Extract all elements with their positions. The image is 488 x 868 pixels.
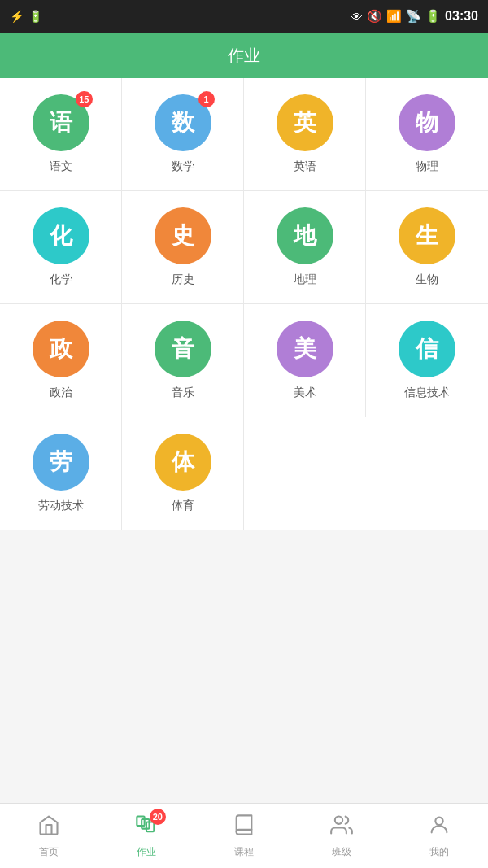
svg-rect-1	[142, 819, 149, 829]
subject-label-dili: 地理	[294, 273, 316, 287]
subject-circle-yinyue: 音	[155, 321, 211, 377]
subject-item-yingyu[interactable]: 英英语	[244, 78, 366, 191]
subject-circle-wuli: 物	[399, 94, 455, 151]
battery-icon: 🔋	[28, 10, 42, 23]
nav-icon-wrap-banji	[330, 813, 353, 842]
nav-item-banji[interactable]: 班级	[293, 813, 390, 859]
subject-circle-zhengzhi: 政	[33, 321, 89, 377]
subject-item-huaxue[interactable]: 化化学	[0, 191, 122, 304]
subject-label-huaxue: 化学	[50, 273, 72, 287]
header: 作业	[0, 33, 488, 78]
subject-item-lishi[interactable]: 史历史	[122, 191, 244, 304]
status-time: 03:30	[445, 9, 478, 24]
subject-circle-huaxue: 化	[33, 207, 89, 264]
subject-circle-yingyu: 英	[277, 94, 333, 151]
subject-circle-lishi: 史	[155, 207, 211, 264]
subject-badge-shuxue: 1	[198, 91, 215, 107]
nav-label-wode: 我的	[429, 845, 449, 859]
nav-icon-wrap-zuoye: 20	[135, 813, 158, 842]
nav-badge-zuoye: 20	[150, 809, 166, 825]
signal-icon: 📡	[406, 9, 421, 24]
subject-label-yuwen: 语文	[50, 159, 72, 174]
subject-label-laodong: 劳动技术	[38, 499, 84, 513]
subject-circle-shuxue: 数1	[155, 94, 211, 151]
subject-circle-shengwu: 生	[399, 207, 455, 264]
svg-point-4	[435, 817, 442, 824]
nav-icon-banji	[330, 817, 353, 841]
subject-label-yinyue: 音乐	[172, 386, 194, 400]
status-right: 👁 🔇 📶 📡 🔋 03:30	[351, 9, 478, 24]
subject-label-xinxi: 信息技术	[404, 386, 450, 400]
svg-rect-0	[137, 816, 144, 826]
nav-icon-wrap-kecheng	[233, 813, 255, 842]
subject-item-yuwen[interactable]: 语15语文	[0, 78, 122, 191]
subject-item-shengwu[interactable]: 生生物	[366, 191, 488, 304]
subject-circle-dili: 地	[277, 207, 333, 264]
nav-icon-home	[37, 817, 60, 841]
subject-label-shuxue: 数学	[172, 159, 194, 174]
subject-label-shengwu: 生物	[416, 273, 438, 287]
usb-icon: ⚡	[10, 10, 24, 23]
svg-point-3	[335, 816, 342, 823]
nav-label-home: 首页	[39, 845, 59, 859]
bottom-nav: 首页20作业课程班级我的	[0, 803, 488, 868]
subject-circle-laodong: 劳	[33, 434, 89, 491]
subject-circle-meishu: 美	[277, 321, 333, 377]
subject-circle-xinxi: 信	[399, 321, 455, 377]
subject-item-laodong[interactable]: 劳劳动技术	[0, 417, 122, 530]
subject-item-wuli[interactable]: 物物理	[366, 78, 488, 191]
subject-label-wuli: 物理	[416, 159, 438, 174]
subject-item-shuxue[interactable]: 数1数学	[122, 78, 244, 191]
subject-label-zhengzhi: 政治	[50, 386, 72, 400]
nav-icon-kecheng	[233, 817, 255, 841]
eye-icon: 👁	[351, 10, 363, 24]
subject-label-yingyu: 英语	[294, 159, 316, 174]
content-area: 语15语文数1数学英英语物物理化化学史历史地地理生生物政政治音音乐美美术信信息技…	[0, 78, 488, 803]
subject-label-meishu: 美术	[294, 386, 316, 400]
nav-label-kecheng: 课程	[234, 845, 254, 859]
subject-item-dili[interactable]: 地地理	[244, 191, 366, 304]
nav-label-banji: 班级	[332, 845, 351, 859]
nav-icon-wrap-home	[37, 813, 60, 842]
nav-label-zuoye: 作业	[137, 845, 156, 859]
wifi-icon: 📶	[386, 9, 402, 24]
battery-full-icon: 🔋	[425, 9, 441, 24]
subject-item-meishu[interactable]: 美美术	[244, 304, 366, 417]
nav-item-zuoye[interactable]: 20作业	[98, 813, 195, 859]
subject-label-tiyu: 体育	[172, 499, 194, 513]
nav-item-home[interactable]: 首页	[0, 813, 98, 859]
status-bar: ⚡ 🔋 👁 🔇 📶 📡 🔋 03:30	[0, 0, 488, 33]
subject-badge-yuwen: 15	[76, 91, 92, 107]
subject-grid: 语15语文数1数学英英语物物理化化学史历史地地理生生物政政治音音乐美美术信信息技…	[0, 78, 488, 530]
subject-item-tiyu[interactable]: 体体育	[122, 417, 244, 530]
subject-item-xinxi[interactable]: 信信息技术	[366, 304, 488, 417]
nav-icon-wode	[428, 817, 451, 841]
subject-item-yinyue[interactable]: 音音乐	[122, 304, 244, 417]
status-left: ⚡ 🔋	[10, 10, 42, 23]
nav-icon-wrap-wode	[428, 813, 451, 842]
page-title: 作业	[228, 45, 260, 67]
nav-item-kecheng[interactable]: 课程	[195, 813, 293, 859]
subject-circle-tiyu: 体	[155, 434, 211, 491]
subject-label-lishi: 历史	[172, 273, 194, 287]
nav-item-wode[interactable]: 我的	[390, 813, 488, 859]
subject-circle-yuwen: 语15	[33, 94, 89, 151]
subject-item-zhengzhi[interactable]: 政政治	[0, 304, 122, 417]
mute-icon: 🔇	[367, 9, 382, 24]
